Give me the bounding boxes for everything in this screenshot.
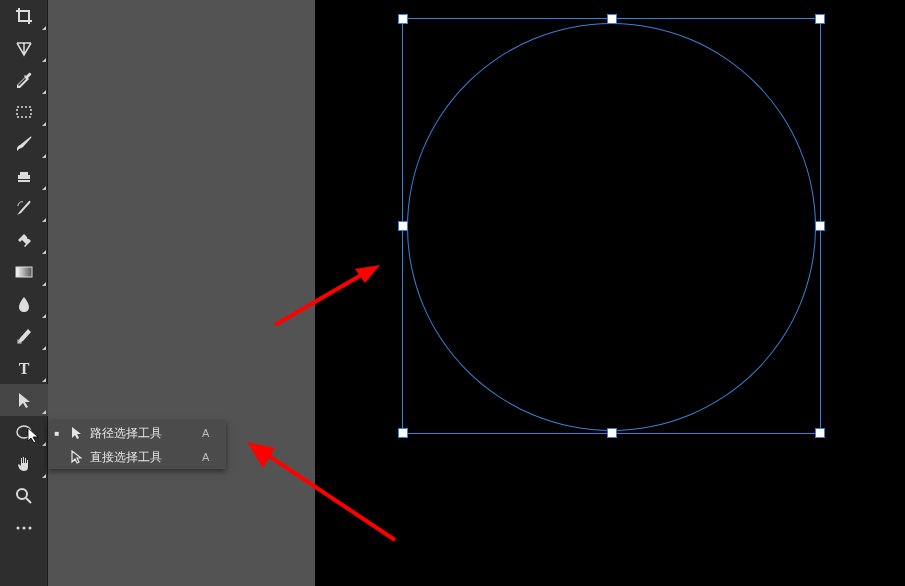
flyout-indicator-icon bbox=[42, 26, 46, 30]
slice-tool[interactable] bbox=[0, 32, 48, 64]
gradient-tool[interactable] bbox=[0, 256, 48, 288]
toolbar: T bbox=[0, 0, 48, 586]
eyedropper-tool[interactable] bbox=[0, 64, 48, 96]
svg-point-8 bbox=[17, 527, 20, 530]
handle-top-middle[interactable] bbox=[607, 14, 617, 24]
history-brush-tool[interactable] bbox=[0, 192, 48, 224]
annotation-arrow-2 bbox=[235, 430, 405, 550]
zoom-tool[interactable] bbox=[0, 480, 48, 512]
annotation-arrow-1 bbox=[265, 255, 395, 335]
crop-tool[interactable] bbox=[0, 0, 48, 32]
svg-point-5 bbox=[17, 426, 31, 438]
handle-bottom-right[interactable] bbox=[815, 428, 825, 438]
svg-rect-0 bbox=[17, 107, 31, 117]
svg-point-10 bbox=[29, 527, 32, 530]
svg-marker-12 bbox=[355, 265, 380, 283]
flyout-item-direct-selection[interactable]: 直接选择工具 A bbox=[48, 445, 226, 469]
text-tool[interactable]: T bbox=[0, 352, 48, 384]
svg-text:T: T bbox=[19, 360, 30, 377]
eraser-tool[interactable] bbox=[0, 224, 48, 256]
flyout-label: 直接选择工具 bbox=[86, 449, 202, 466]
handle-top-left[interactable] bbox=[398, 14, 408, 24]
handle-middle-left[interactable] bbox=[398, 221, 408, 231]
svg-point-1 bbox=[27, 237, 29, 239]
ellipse-tool[interactable] bbox=[0, 416, 48, 448]
more-options[interactable] bbox=[0, 512, 48, 544]
svg-line-13 bbox=[260, 450, 395, 540]
flyout-shortcut: A bbox=[202, 427, 226, 439]
path-selection-tool[interactable] bbox=[0, 384, 48, 416]
direct-selection-arrow-icon bbox=[66, 450, 86, 464]
hand-tool[interactable] bbox=[0, 448, 48, 480]
flyout-item-path-selection[interactable]: ■ 路径选择工具 A bbox=[48, 421, 226, 445]
blur-tool[interactable] bbox=[0, 288, 48, 320]
flyout-label: 路径选择工具 bbox=[86, 425, 202, 442]
svg-line-7 bbox=[26, 498, 31, 503]
svg-point-6 bbox=[17, 489, 27, 499]
selection-bounding-box[interactable] bbox=[402, 18, 821, 434]
handle-top-right[interactable] bbox=[815, 14, 825, 24]
clone-stamp-tool[interactable] bbox=[0, 160, 48, 192]
path-selection-arrow-icon bbox=[66, 426, 86, 440]
tool-flyout-menu: ■ 路径选择工具 A 直接选择工具 A bbox=[48, 421, 226, 469]
active-marker-icon: ■ bbox=[48, 429, 66, 438]
brush-tool[interactable] bbox=[0, 128, 48, 160]
flyout-shortcut: A bbox=[202, 451, 226, 463]
handle-bottom-middle[interactable] bbox=[607, 428, 617, 438]
svg-line-11 bbox=[275, 270, 370, 325]
svg-rect-2 bbox=[16, 267, 32, 277]
svg-point-9 bbox=[23, 527, 26, 530]
svg-marker-14 bbox=[247, 442, 275, 468]
handle-middle-right[interactable] bbox=[815, 221, 825, 231]
pen-tool[interactable] bbox=[0, 320, 48, 352]
marquee-tool[interactable] bbox=[0, 96, 48, 128]
